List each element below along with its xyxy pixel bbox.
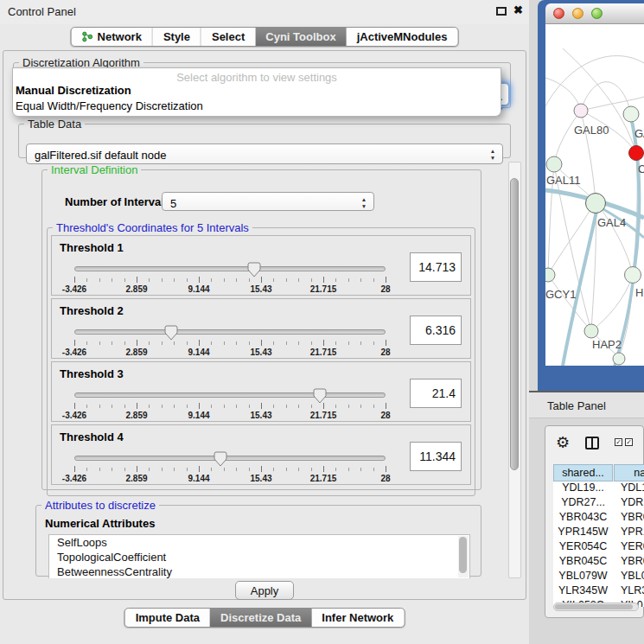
threshold-value-input[interactable] (410, 442, 462, 471)
node-label: GAL11 (546, 174, 581, 187)
close-panel-icon[interactable]: ✖ (513, 3, 523, 16)
table-cell[interactable]: YDR2 (613, 496, 644, 511)
control-panel-titlebar: Control Panel ✖ (0, 0, 529, 24)
threshold-slider[interactable]: -3.4262.8599.14415.4321.71528 (74, 262, 386, 295)
node-label: GA (634, 127, 644, 140)
table-cell[interactable]: YDR27... (553, 496, 613, 511)
tab-infer-network[interactable]: Infer Network (311, 609, 404, 627)
slider-track[interactable] (74, 392, 386, 398)
table-row[interactable]: YPR145WYPR1 (553, 526, 644, 540)
table-cell[interactable]: YBR045C (553, 555, 613, 570)
table-row[interactable]: YBL079WYBL0 (553, 570, 644, 584)
tab-jactivemnodules[interactable]: jActiveMNodules (347, 28, 458, 46)
threshold-label: Threshold 3 (60, 367, 124, 380)
table-cell[interactable]: YLR3 (613, 584, 644, 599)
table-cell[interactable]: YBR0 (613, 555, 644, 570)
node-hap2 (584, 324, 598, 338)
threshold-value-input[interactable] (410, 316, 462, 345)
threshold-value-input[interactable] (410, 252, 462, 282)
slider-handle-icon[interactable] (164, 325, 178, 341)
table-row[interactable]: YER054CYER0 (553, 540, 644, 555)
node-label: H (635, 286, 643, 299)
zoom-window-icon[interactable] (591, 8, 603, 19)
checkbox-icon[interactable]: ✓ (615, 438, 622, 446)
control-panel-tabbar: Network Style Select Cyni Toolbox jActiv… (71, 27, 459, 47)
gear-icon[interactable]: ⚙ (556, 433, 570, 452)
table-cell[interactable]: YDL19... (553, 481, 613, 496)
table-row[interactable]: YLR345WYLR3 (553, 584, 644, 599)
tab-style[interactable]: Style (152, 28, 201, 46)
slider-ticks (74, 466, 386, 473)
attribute-item[interactable]: TopologicalCoefficient (49, 550, 469, 564)
node-gcy1 (545, 268, 555, 282)
column-header-name[interactable]: name (614, 464, 644, 481)
column-header-shared-name[interactable]: shared... (553, 464, 613, 481)
table-row[interactable]: YDL19...YDL1 (553, 481, 644, 496)
table-horizontal-scrollbar[interactable] (553, 603, 639, 611)
table-cell[interactable]: YBR0 (613, 511, 644, 526)
interval-definition-fieldset: Interval Definition Number of Intervals … (41, 163, 481, 490)
threshold-label: Threshold 2 (60, 304, 124, 317)
table-cell[interactable]: YDL1 (613, 481, 644, 496)
slider-handle-icon[interactable] (214, 451, 227, 467)
float-panel-icon[interactable] (496, 7, 507, 16)
node-partial-top-right (623, 106, 639, 122)
table-panel-title: Table Panel (547, 399, 606, 412)
number-of-intervals-value: 5 (170, 197, 176, 210)
application-window: Control Panel ✖ Network Style Select Cyn… (0, 0, 644, 644)
table-row[interactable]: YBR045CYBR0 (553, 555, 644, 570)
slider-track[interactable] (74, 266, 386, 271)
number-of-intervals-combobox[interactable]: 5 ▲▼ (162, 192, 374, 211)
attribute-item[interactable]: BetweennessCentrality (49, 564, 469, 578)
table-cell[interactable]: YPR145W (553, 526, 613, 540)
slider-track[interactable] (74, 456, 386, 461)
table-cell[interactable]: YLR345W (553, 584, 613, 599)
table-cell[interactable]: YPR1 (613, 526, 644, 540)
attributes-list-scrollbar[interactable] (458, 536, 469, 577)
threshold-slider[interactable]: -3.4262.8599.14415.4321.71528 (74, 388, 386, 421)
table-row[interactable]: YBR043CYBR0 (553, 511, 644, 526)
node-gal80 (574, 104, 588, 118)
checkbox-icons[interactable]: ✓ ✓ (615, 438, 633, 446)
table-cell[interactable]: YBR043C (553, 511, 613, 526)
slider-handle-icon[interactable] (247, 262, 261, 277)
checkbox-icon[interactable]: ✓ (625, 438, 633, 446)
tab-network[interactable]: Network (72, 28, 152, 46)
dropdown-item-equal-width-frequency[interactable]: Equal Width/Frequency Discretization (13, 99, 501, 114)
table-data-selected-value: galFiltered.sif default node (35, 149, 166, 162)
apply-button[interactable]: Apply (235, 581, 294, 600)
scrollbar-thumb[interactable] (555, 604, 633, 609)
table-row[interactable]: YDR27...YDR2 (553, 496, 644, 511)
combo-arrows-icon: ▲▼ (360, 196, 368, 210)
slider-handle-icon[interactable] (313, 388, 327, 404)
slider-ticks (74, 340, 386, 347)
close-window-icon[interactable] (553, 8, 564, 19)
network-window-titlebar[interactable] (545, 3, 644, 24)
threshold-slider[interactable]: -3.4262.8599.14415.4321.71528 (74, 325, 386, 358)
minimize-window-icon[interactable] (572, 8, 583, 19)
network-icon (82, 31, 93, 42)
attribute-item[interactable]: SelfLoops (49, 535, 469, 550)
table-cell[interactable]: YER054C (553, 540, 613, 555)
settings-vertical-scrollbar[interactable] (508, 162, 521, 578)
tab-cyni-toolbox[interactable]: Cyni Toolbox (255, 28, 346, 46)
numerical-attributes-list[interactable]: SelfLoopsTopologicalCoefficientBetweenne… (48, 534, 470, 578)
threshold-value-input[interactable] (410, 379, 462, 408)
slider-axis-labels: -3.4262.8599.14415.4321.71528 (74, 411, 386, 421)
panel-title: Control Panel (8, 5, 76, 18)
table-cell[interactable]: YBL0 (613, 570, 644, 584)
settings-scrollpane: Interval Definition Number of Intervals … (9, 162, 507, 578)
table-cell[interactable]: YER0 (613, 540, 644, 555)
slider-track[interactable] (74, 329, 386, 335)
table-header-row: shared... name (553, 464, 644, 481)
table-cell[interactable]: YBL079W (553, 570, 613, 584)
tab-select[interactable]: Select (201, 28, 255, 46)
tab-impute-data[interactable]: Impute Data (125, 609, 210, 627)
split-columns-icon[interactable] (585, 437, 599, 450)
tab-discretize-data[interactable]: Discretize Data (210, 609, 311, 627)
dropdown-item-manual-discretization[interactable]: Manual Discretization (13, 83, 501, 99)
slider-axis-labels: -3.4262.8599.14415.4321.71528 (74, 474, 386, 484)
scrollbar-thumb[interactable] (510, 178, 519, 470)
network-canvas[interactable]: GAL80 GA C GAL11 GAL4 GCY1 H HAP2 (545, 24, 644, 366)
threshold-slider[interactable]: -3.4262.8599.14415.4321.71528 (74, 451, 386, 484)
